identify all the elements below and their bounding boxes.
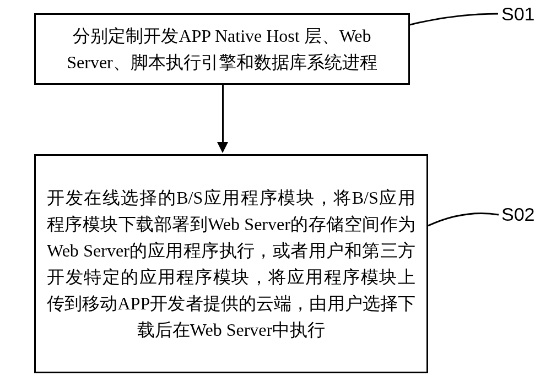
step-label-2: S02 bbox=[501, 204, 535, 225]
leader-curve-2 bbox=[428, 206, 500, 234]
flow-arrow-line bbox=[222, 85, 224, 144]
flow-arrow-head bbox=[217, 142, 228, 153]
step-box-1: 分别定制开发APP Native Host 层、Web Server、脚本执行引… bbox=[34, 13, 410, 85]
step-label-1: S01 bbox=[501, 3, 535, 25]
leader-curve-1 bbox=[410, 11, 501, 39]
step-box-2: 开发在线选择的B/S应用程序模块，将B/S应用程序模块下载部署到Web Serv… bbox=[34, 154, 428, 373]
step-text-2: 开发在线选择的B/S应用程序模块，将B/S应用程序模块下载部署到Web Serv… bbox=[47, 184, 415, 343]
step-text-1: 分别定制开发APP Native Host 层、Web Server、脚本执行引… bbox=[47, 23, 397, 75]
